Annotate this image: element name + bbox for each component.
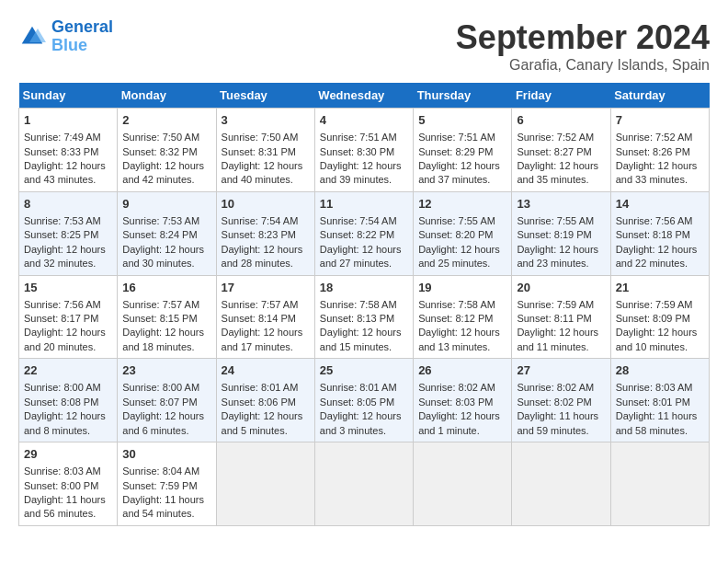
day-info: Daylight: 12 hours: [616, 159, 704, 173]
day-info: Sunrise: 7:56 AM: [24, 298, 112, 312]
calendar-cell: 17Sunrise: 7:57 AMSunset: 8:14 PMDayligh…: [216, 275, 314, 359]
header-saturday: Saturday: [610, 83, 709, 109]
day-info: Sunset: 8:08 PM: [24, 396, 112, 409]
day-info: Daylight: 12 hours: [418, 409, 506, 423]
day-info: Daylight: 12 hours: [320, 243, 408, 257]
day-info: and 6 minutes.: [122, 424, 210, 438]
day-info: Sunset: 8:09 PM: [616, 312, 704, 326]
day-info: Daylight: 12 hours: [122, 159, 210, 173]
day-info: Daylight: 12 hours: [24, 326, 112, 339]
day-info: Sunrise: 8:04 AM: [122, 465, 210, 478]
day-number: 15: [24, 280, 112, 296]
day-info: Sunset: 8:22 PM: [320, 228, 408, 242]
day-info: Sunrise: 7:55 AM: [517, 214, 605, 228]
day-info: and 32 minutes.: [24, 257, 112, 270]
calendar-cell: [414, 442, 512, 526]
day-info: Daylight: 12 hours: [517, 159, 605, 173]
day-info: and 18 minutes.: [122, 340, 210, 354]
day-info: Sunrise: 8:01 AM: [222, 381, 310, 395]
calendar-cell: 26Sunrise: 8:02 AMSunset: 8:03 PMDayligh…: [414, 359, 512, 442]
day-number: 8: [24, 196, 112, 213]
calendar-cell: 8Sunrise: 7:53 AMSunset: 8:25 PMDaylight…: [19, 191, 118, 275]
day-info: Sunrise: 7:56 AM: [616, 214, 704, 228]
day-info: Sunrise: 7:57 AM: [122, 298, 210, 312]
day-info: Sunset: 8:05 PM: [320, 396, 408, 409]
day-number: 13: [517, 196, 605, 213]
calendar-row-2: 8Sunrise: 7:53 AMSunset: 8:25 PMDaylight…: [19, 191, 710, 275]
day-number: 12: [418, 196, 506, 213]
day-info: Sunrise: 7:51 AM: [418, 131, 506, 144]
day-info: Sunset: 8:01 PM: [616, 396, 704, 409]
logo: General Blue: [18, 18, 113, 55]
header-friday: Friday: [512, 83, 610, 109]
day-info: Sunrise: 7:53 AM: [122, 214, 210, 228]
day-number: 17: [222, 280, 310, 296]
calendar-cell: 25Sunrise: 8:01 AMSunset: 8:05 PMDayligh…: [314, 359, 413, 442]
day-info: Daylight: 12 hours: [320, 159, 408, 173]
day-info: Sunset: 8:24 PM: [122, 228, 210, 242]
day-info: and 10 minutes.: [616, 340, 704, 354]
day-number: 23: [122, 362, 210, 379]
day-info: Daylight: 12 hours: [418, 159, 506, 173]
calendar-title: September 2024: [456, 18, 710, 57]
day-info: Sunrise: 7:52 AM: [616, 131, 704, 144]
day-info: and 28 minutes.: [222, 257, 310, 270]
day-info: Sunset: 8:00 PM: [24, 479, 112, 493]
day-info: and 58 minutes.: [616, 424, 704, 438]
calendar-row-5: 29Sunrise: 8:03 AMSunset: 8:00 PMDayligh…: [19, 442, 710, 526]
day-info: and 1 minute.: [418, 424, 506, 438]
day-info: Sunset: 8:30 PM: [320, 145, 408, 159]
day-number: 5: [418, 112, 506, 129]
day-info: Sunrise: 7:50 AM: [122, 131, 210, 144]
day-info: and 11 minutes.: [517, 340, 605, 354]
day-number: 3: [222, 112, 310, 129]
day-info: and 40 minutes.: [222, 173, 310, 187]
day-info: Sunset: 8:11 PM: [517, 312, 605, 326]
calendar-cell: 21Sunrise: 7:59 AMSunset: 8:09 PMDayligh…: [610, 275, 709, 359]
day-number: 28: [616, 362, 704, 379]
day-number: 10: [222, 196, 310, 213]
day-info: Sunrise: 7:57 AM: [222, 298, 310, 312]
day-info: and 20 minutes.: [24, 340, 112, 354]
day-info: Sunset: 8:33 PM: [24, 145, 112, 159]
day-info: Sunset: 8:23 PM: [222, 228, 310, 242]
calendar-row-3: 15Sunrise: 7:56 AMSunset: 8:17 PMDayligh…: [19, 275, 710, 359]
day-info: Sunrise: 7:51 AM: [320, 131, 408, 144]
day-info: and 25 minutes.: [418, 257, 506, 270]
day-info: Daylight: 12 hours: [222, 326, 310, 339]
day-info: Daylight: 12 hours: [24, 159, 112, 173]
day-number: 2: [122, 112, 210, 129]
calendar-cell: 2Sunrise: 7:50 AMSunset: 8:32 PMDaylight…: [118, 109, 216, 192]
day-info: and 13 minutes.: [418, 340, 506, 354]
calendar-cell: 19Sunrise: 7:58 AMSunset: 8:12 PMDayligh…: [414, 275, 512, 359]
day-info: and 15 minutes.: [320, 340, 408, 354]
calendar-cell: 5Sunrise: 7:51 AMSunset: 8:29 PMDaylight…: [414, 109, 512, 192]
day-info: Daylight: 12 hours: [517, 243, 605, 257]
calendar-cell: 9Sunrise: 7:53 AMSunset: 8:24 PMDaylight…: [118, 191, 216, 275]
calendar-table: Sunday Monday Tuesday Wednesday Thursday…: [18, 83, 710, 526]
calendar-cell: 6Sunrise: 7:52 AMSunset: 8:27 PMDaylight…: [512, 109, 610, 192]
day-info: Sunrise: 8:00 AM: [122, 381, 210, 395]
header-monday: Monday: [118, 83, 216, 109]
calendar-row-4: 22Sunrise: 8:00 AMSunset: 8:08 PMDayligh…: [19, 359, 710, 442]
header-tuesday: Tuesday: [216, 83, 314, 109]
day-info: Daylight: 12 hours: [418, 326, 506, 339]
calendar-cell: 28Sunrise: 8:03 AMSunset: 8:01 PMDayligh…: [610, 359, 709, 442]
title-section: September 2024 Garafia, Canary Islands, …: [456, 18, 710, 74]
day-info: Daylight: 11 hours: [517, 409, 605, 423]
day-info: and 27 minutes.: [320, 257, 408, 270]
day-info: Sunrise: 8:01 AM: [320, 381, 408, 395]
day-info: Sunrise: 7:54 AM: [320, 214, 408, 228]
calendar-cell: 7Sunrise: 7:52 AMSunset: 8:26 PMDaylight…: [610, 109, 709, 192]
day-info: Daylight: 12 hours: [320, 409, 408, 423]
day-info: Sunset: 8:06 PM: [222, 396, 310, 409]
calendar-cell: 27Sunrise: 8:02 AMSunset: 8:02 PMDayligh…: [512, 359, 610, 442]
weekday-header-row: Sunday Monday Tuesday Wednesday Thursday…: [19, 83, 710, 109]
day-number: 21: [616, 280, 704, 296]
day-info: and 30 minutes.: [122, 257, 210, 270]
day-info: Sunrise: 7:53 AM: [24, 214, 112, 228]
calendar-cell: 24Sunrise: 8:01 AMSunset: 8:06 PMDayligh…: [216, 359, 314, 442]
header-sunday: Sunday: [19, 83, 118, 109]
day-info: Sunrise: 8:02 AM: [517, 381, 605, 395]
day-info: Daylight: 11 hours: [122, 493, 210, 507]
